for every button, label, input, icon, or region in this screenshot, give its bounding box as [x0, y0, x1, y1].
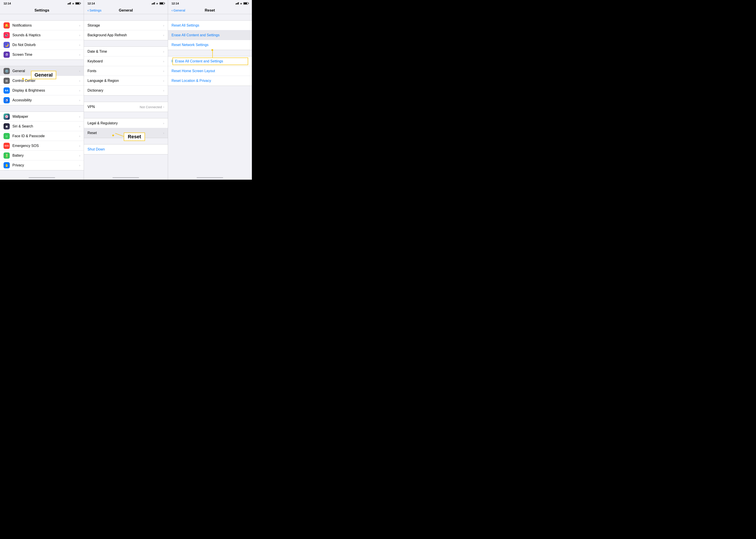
settings-list-3: 🌸 Wallpaper › ◉ Siri & Search › ☺ Face I…: [0, 112, 84, 170]
row-vpn[interactable]: VPN Not Connected ›: [84, 102, 168, 112]
icon-faceid: ☺: [4, 133, 10, 139]
chevron-dnd: ›: [79, 43, 80, 47]
label-dictionary: Dictionary: [87, 89, 163, 93]
row-siri[interactable]: ◉ Siri & Search ›: [0, 121, 84, 131]
row-wallpaper[interactable]: 🌸 Wallpaper ›: [0, 112, 84, 121]
label-accessibility: Accessibility: [12, 98, 79, 102]
label-reset-home: Reset Home Screen Layout: [172, 69, 215, 73]
icon-general: ⚙️: [4, 68, 10, 74]
general-panel: 12:14 ▲ ‹ Settings General Storage: [84, 0, 168, 180]
row-faceid[interactable]: ☺ Face ID & Passcode ›: [0, 131, 84, 141]
chevron-wallpaper: ›: [79, 115, 80, 118]
home-indicator-2: [84, 176, 168, 180]
back-to-settings[interactable]: ‹ Settings: [87, 8, 101, 13]
erase-callout-box: Erase All Content and Settings: [172, 57, 248, 65]
back-chevron-3: ‹: [172, 8, 173, 13]
label-siri: Siri & Search: [12, 124, 79, 128]
chevron-faceid: ›: [79, 134, 80, 138]
signal-icon-3: [235, 2, 239, 4]
general-list-3: VPN Not Connected ›: [84, 102, 168, 112]
row-erase-all[interactable]: Erase All Content and Settings: [168, 30, 252, 40]
label-shutdown: Shut Down: [87, 147, 164, 151]
label-language: Language & Region: [87, 79, 163, 83]
chevron-display: ›: [79, 89, 80, 92]
chevron-fonts: ›: [163, 69, 164, 73]
reset-panel: 12:14 ▲ ‹ General Reset Reset All Settin: [168, 0, 252, 180]
chevron-controlcenter: ›: [79, 79, 80, 83]
row-dictionary[interactable]: Dictionary ›: [84, 86, 168, 95]
row-screentime[interactable]: ⏱ Screen Time ›: [0, 50, 84, 59]
chevron-general: ›: [79, 69, 80, 73]
chevron-sos: ›: [79, 144, 80, 148]
value-vpn: Not Connected: [140, 105, 162, 109]
label-vpn: VPN: [87, 105, 140, 109]
battery-icon-1: [75, 2, 80, 5]
chevron-datetime: ›: [163, 50, 164, 53]
row-datetime[interactable]: Date & Time ›: [84, 47, 168, 56]
nav-bar-3: ‹ General Reset: [168, 6, 252, 14]
wifi-icon-2: ▲: [156, 2, 158, 5]
row-dnd[interactable]: 🌙 Do Not Disturb ›: [0, 40, 84, 50]
status-icons-2: ▲: [152, 2, 164, 5]
label-reset-location: Reset Location & Privacy: [172, 79, 211, 83]
label-battery: Battery: [12, 154, 79, 158]
status-icons-3: ▲: [235, 2, 248, 5]
row-reset-network[interactable]: Reset Network Settings: [168, 40, 252, 50]
general-list-5: Shut Down: [84, 144, 168, 154]
chevron-legal: ›: [163, 121, 164, 125]
row-legal[interactable]: Legal & Regulatory ›: [84, 118, 168, 128]
row-accessibility[interactable]: ♿ Accessibility ›: [0, 95, 84, 105]
row-shutdown[interactable]: Shut Down: [84, 144, 168, 154]
row-language[interactable]: Language & Region ›: [84, 76, 168, 86]
row-keyboard[interactable]: Keyboard ›: [84, 56, 168, 66]
row-notifications[interactable]: 🔔 Notifications ›: [0, 21, 84, 30]
settings-content[interactable]: 🔔 Notifications › 🔊 Sounds & Haptics › 🌙…: [0, 14, 84, 176]
row-sounds[interactable]: 🔊 Sounds & Haptics ›: [0, 30, 84, 40]
icon-notifications: 🔔: [4, 22, 10, 29]
back-label-3: General: [173, 8, 185, 12]
chevron-screentime: ›: [79, 53, 80, 56]
general-callout-box: General: [31, 71, 56, 79]
row-bkgrefresh[interactable]: Background App Refresh ›: [84, 30, 168, 40]
reset-list-1: Reset All Settings Erase All Content and…: [168, 20, 252, 50]
home-indicator-3: [168, 176, 252, 180]
row-fonts[interactable]: Fonts ›: [84, 66, 168, 76]
label-erase-all: Erase All Content and Settings: [172, 33, 219, 37]
label-storage: Storage: [87, 24, 163, 28]
row-battery[interactable]: 🔋 Battery ›: [0, 151, 84, 160]
nav-bar-1: Settings: [0, 6, 84, 14]
row-sos[interactable]: SOS Emergency SOS ›: [0, 141, 84, 151]
label-sounds: Sounds & Haptics: [12, 33, 79, 37]
reset-content[interactable]: Reset All Settings Erase All Content and…: [168, 14, 252, 176]
label-faceid: Face ID & Passcode: [12, 134, 79, 138]
general-list-2: Date & Time › Keyboard › Fonts › Languag…: [84, 46, 168, 96]
row-storage[interactable]: Storage ›: [84, 21, 168, 30]
label-dnd: Do Not Disturb: [12, 43, 79, 47]
label-wallpaper: Wallpaper: [12, 115, 79, 118]
general-content[interactable]: Storage › Background App Refresh › Date …: [84, 14, 168, 176]
label-reset-network: Reset Network Settings: [172, 43, 209, 47]
sep-3: [0, 105, 84, 112]
battery-icon-2: [159, 2, 164, 5]
chevron-vpn: ›: [163, 105, 164, 109]
icon-sounds: 🔊: [4, 32, 10, 38]
back-chevron-2: ‹: [87, 8, 89, 13]
nav-title-1: Settings: [35, 8, 49, 13]
nav-title-2: General: [119, 8, 133, 13]
row-reset-all[interactable]: Reset All Settings: [168, 21, 252, 30]
chevron-sounds: ›: [79, 34, 80, 37]
label-sos: Emergency SOS: [12, 144, 79, 148]
row-reset-home[interactable]: Reset Home Screen Layout: [168, 66, 252, 76]
reset-callout-box: Reset: [124, 132, 145, 141]
row-privacy[interactable]: ✋ Privacy ›: [0, 160, 84, 170]
label-privacy: Privacy: [12, 163, 79, 167]
chevron-language: ›: [163, 79, 164, 83]
row-reset-location[interactable]: Reset Location & Privacy: [168, 76, 252, 86]
row-display[interactable]: AA Display & Brightness ›: [0, 86, 84, 95]
icon-siri: ◉: [4, 123, 10, 129]
signal-icon-2: [152, 2, 155, 4]
nav-bar-2: ‹ Settings General: [84, 6, 168, 14]
icon-accessibility: ♿: [4, 97, 10, 103]
erase-callout-dot: [211, 49, 213, 51]
back-to-general[interactable]: ‹ General: [172, 8, 185, 13]
